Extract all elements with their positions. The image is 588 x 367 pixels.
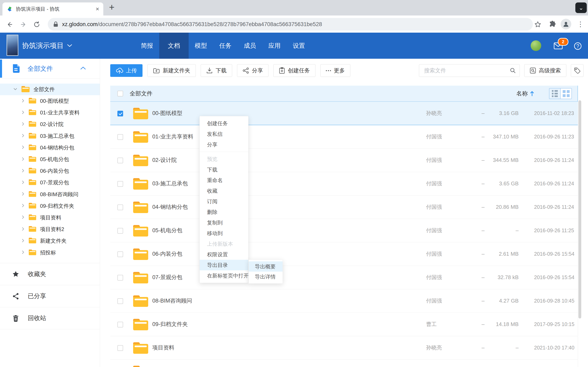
chevron-up-icon[interactable]: [80, 66, 86, 71]
file-name[interactable]: 09-归档文件夹: [152, 313, 188, 336]
tree-item-05-机电分包[interactable]: 05-机电分包: [0, 154, 100, 165]
tree-item-04-钢结构分包[interactable]: 04-钢结构分包: [0, 142, 100, 154]
search-icon[interactable]: [510, 67, 516, 75]
file-name[interactable]: 07-景观分包: [152, 266, 182, 289]
table-row[interactable]: 00-图纸模型孙晓亮–3.16 GB2016-11-02 18:23: [110, 102, 578, 125]
row-checkbox[interactable]: [117, 134, 123, 140]
cloud-upload-button[interactable]: 上传: [110, 64, 143, 77]
chevron-right-icon[interactable]: [21, 238, 25, 244]
folder-plus-button[interactable]: 新建文件夹: [147, 64, 196, 77]
table-row[interactable]: 05-机电分包付国强––2016-09-26 11:25: [110, 219, 578, 242]
chevron-right-icon[interactable]: [21, 180, 25, 185]
new-tab-button[interactable]: +: [109, 2, 114, 13]
share-button[interactable]: 分享: [237, 64, 268, 77]
submenu-item-导出概要[interactable]: 导出概要: [249, 261, 283, 272]
grid-view-button[interactable]: [560, 89, 571, 99]
file-name[interactable]: 02-设计院: [152, 149, 177, 172]
tree-item-项目资料[interactable]: 项目资料: [0, 212, 100, 224]
nav-tab-应用[interactable]: 应用: [262, 33, 287, 59]
row-checkbox[interactable]: [117, 322, 123, 327]
table-row[interactable]: 09-归档文件夹曹工–14.18 MB2017-09-25 10:15: [110, 313, 578, 336]
sidebar-item-shared[interactable]: 已分享: [0, 285, 100, 307]
table-row[interactable]: 08-BIM咨询顾问付国强–4.27 GB2016-09-28 10:45: [110, 289, 578, 313]
nav-tab-设置[interactable]: 设置: [287, 33, 311, 59]
file-name[interactable]: 04-钢结构分包: [152, 196, 188, 218]
table-row[interactable]: 07-景观分包付国强–32.78 kB2016-09-26 15:54: [110, 266, 578, 289]
tree-item-02-设计院[interactable]: 02-设计院: [0, 118, 100, 130]
download-button[interactable]: 下载: [201, 64, 232, 77]
chevron-right-icon[interactable]: [21, 133, 25, 139]
task-button[interactable]: 创建任务: [273, 64, 315, 77]
nav-tab-任务[interactable]: 任务: [213, 33, 238, 59]
tree-item-06-内装分包[interactable]: 06-内装分包: [0, 165, 100, 177]
chevron-right-icon[interactable]: [21, 157, 25, 162]
vertical-scrollbar[interactable]: [579, 100, 581, 318]
bookmark-star-icon[interactable]: [534, 21, 541, 28]
menu-item-订阅[interactable]: 订阅: [200, 196, 248, 207]
list-view-button[interactable]: [549, 89, 560, 99]
file-name[interactable]: 08-BIM咨询顾问: [152, 289, 192, 312]
project-switcher[interactable]: 协筑演示项目: [22, 33, 72, 59]
search-input[interactable]: [419, 64, 520, 77]
menu-item-删除[interactable]: 删除: [200, 207, 248, 217]
row-checkbox[interactable]: [117, 181, 123, 187]
chevron-right-icon[interactable]: [21, 168, 25, 174]
file-name[interactable]: 05-机电分包: [152, 219, 182, 242]
file-name[interactable]: 03-施工总承包: [152, 172, 188, 195]
menu-item-下载[interactable]: 下载: [200, 164, 248, 175]
menu-item-权限设置[interactable]: 权限设置: [200, 249, 248, 260]
submenu-item-导出详情[interactable]: 导出详情: [249, 272, 283, 282]
chevron-right-icon[interactable]: [21, 110, 25, 115]
browser-menu-kebab-icon[interactable]: ⋮: [577, 19, 584, 29]
chevron-right-icon[interactable]: [21, 215, 25, 220]
back-icon[interactable]: [6, 21, 13, 28]
row-checkbox[interactable]: [117, 111, 123, 117]
browser-tab[interactable]: 协筑演示项目 - 协筑 ×: [2, 2, 103, 16]
chevron-right-icon[interactable]: [21, 192, 25, 197]
project-thumbnail[interactable]: [7, 35, 18, 56]
chevron-right-icon[interactable]: [21, 145, 25, 150]
tab-search-icon[interactable]: ⌄: [575, 2, 587, 13]
row-checkbox[interactable]: [117, 345, 123, 351]
chevron-right-icon[interactable]: [21, 227, 25, 232]
chevron-right-icon[interactable]: [21, 250, 25, 255]
tree-item-08-BIM咨询顾问[interactable]: 08-BIM咨询顾问: [0, 189, 100, 200]
menu-item-创建任务[interactable]: 创建任务: [200, 118, 248, 129]
chevron-expanded-icon[interactable]: [13, 87, 17, 92]
table-row[interactable]: 项目资料孙晓亮––2021-10-20 17:40: [110, 336, 578, 360]
table-row[interactable]: 06-内装分包付国强–2.61 MB2016-09-26 15:54: [110, 242, 578, 266]
select-all-checkbox[interactable]: [117, 91, 123, 96]
forward-icon[interactable]: [20, 21, 27, 28]
extensions-puzzle-icon[interactable]: [549, 20, 556, 28]
sidebar-item-recycle[interactable]: 回收站: [0, 307, 100, 329]
sidebar-item-all-files[interactable]: 全部文件: [0, 59, 100, 79]
tree-item-07-景观分包[interactable]: 07-景观分包: [0, 177, 100, 188]
menu-item-重命名[interactable]: 重命名: [200, 175, 248, 185]
chevron-right-icon[interactable]: [21, 99, 25, 104]
address-bar[interactable]: xz.glodon.com/document/278b7967ebba4708a…: [48, 18, 533, 31]
file-name[interactable]: 00-图纸模型: [152, 102, 182, 125]
tree-item-01-业主共享资料[interactable]: 01-业主共享资料: [0, 107, 100, 118]
file-name[interactable]: 06-内装分包: [152, 242, 182, 266]
tree-item-00-图纸模型[interactable]: 00-图纸模型: [0, 95, 100, 107]
nav-tab-文档[interactable]: 文档: [159, 33, 189, 59]
menu-item-导出目录[interactable]: 导出目录: [200, 260, 248, 270]
row-checkbox[interactable]: [117, 298, 123, 304]
menu-item-在新标签页中打开[interactable]: 在新标签页中打开: [200, 270, 248, 281]
row-checkbox[interactable]: [117, 205, 123, 210]
file-name[interactable]: 项目资料: [152, 336, 174, 359]
chevron-right-icon[interactable]: [21, 122, 25, 127]
menu-item-发私信[interactable]: 发私信: [200, 129, 248, 139]
tree-item-09-归档文件夹[interactable]: 09-归档文件夹: [0, 200, 100, 212]
advanced-search-button[interactable]: 高级搜索: [524, 64, 566, 77]
menu-item-分享[interactable]: 分享: [200, 139, 248, 150]
menu-item-移动到[interactable]: 移动到: [200, 228, 248, 239]
table-row[interactable]: [110, 360, 578, 367]
nav-tab-成员[interactable]: 成员: [238, 33, 262, 59]
table-row[interactable]: 01-业主共享资料付国强–347.10 MB2016-09-26 11:23: [110, 125, 578, 149]
tree-item-招投标[interactable]: 招投标: [0, 247, 100, 258]
sort-by-name[interactable]: 名称: [516, 86, 534, 101]
row-checkbox[interactable]: [117, 228, 123, 234]
tree-item-新建文件夹[interactable]: 新建文件夹: [0, 235, 100, 247]
tab-close-icon[interactable]: ×: [95, 6, 99, 12]
